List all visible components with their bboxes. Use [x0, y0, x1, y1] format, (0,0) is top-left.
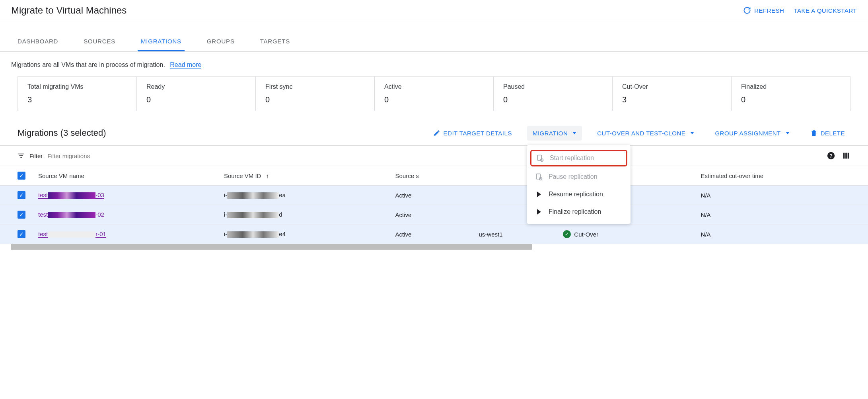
check-icon: ✓	[19, 231, 24, 237]
vm-id-suffix: ea	[279, 192, 286, 198]
filter-bar: Filter ?	[0, 146, 868, 166]
status-cell: ✓ Cut-Over	[563, 230, 688, 238]
stat-label: Paused	[503, 83, 603, 90]
pause-replication-icon	[535, 173, 543, 181]
row-checkbox[interactable]: ✓	[18, 230, 25, 238]
table-row[interactable]: ✓ testr-01 i-e4 Active us-west1 ✓ Cut-Ov…	[0, 225, 868, 244]
start-replication-item[interactable]: Start replication	[530, 150, 627, 166]
vm-name-suffix: -03	[95, 192, 104, 198]
resume-label: Resume replication	[549, 191, 603, 198]
table-row[interactable]: ✓ test-02 i-d Active ✓ Cut-Over N/A	[0, 205, 868, 225]
vm-name-link[interactable]: test-02	[38, 211, 104, 218]
quickstart-button[interactable]: TAKE A QUICKSTART	[794, 7, 857, 14]
migration-dropdown-button[interactable]: MIGRATION Start replication Pause replic…	[527, 126, 582, 141]
pause-replication-item[interactable]: Pause replication	[527, 168, 631, 186]
stat-label: Ready	[146, 83, 246, 90]
stat-label: Finalized	[741, 83, 841, 90]
table-row[interactable]: ✓ test-03 i-ea Active ✓ Cut-Over N/A	[0, 186, 868, 205]
stat-total: Total migrating VMs 3	[18, 77, 137, 111]
vm-name-link[interactable]: test-03	[38, 192, 104, 199]
tab-targets[interactable]: TARGETS	[257, 32, 293, 51]
stat-value: 3	[27, 95, 127, 104]
delete-button[interactable]: DELETE	[805, 125, 850, 141]
delete-label: DELETE	[821, 130, 845, 137]
select-all-checkbox[interactable]: ✓	[18, 172, 25, 180]
header-cutover-time[interactable]: Estimated cut-over time	[695, 166, 868, 186]
group-assignment-dropdown-button[interactable]: GROUP ASSIGNMENT	[709, 126, 795, 141]
intro-sentence: Migrations are all VMs that are in proce…	[11, 61, 165, 68]
play-icon	[535, 190, 543, 198]
region-cell: us-west1	[472, 225, 557, 244]
cutover-dropdown-button[interactable]: CUT-OVER AND TEST-CLONE	[592, 126, 700, 141]
finalize-label: Finalize replication	[549, 208, 601, 215]
vm-id-suffix: d	[279, 211, 282, 218]
vm-name-suffix: r-01	[95, 231, 106, 237]
tab-groups[interactable]: GROUPS	[204, 32, 238, 51]
stats-row: Total migrating VMs 3 Ready 0 First sync…	[18, 76, 850, 111]
stat-value: 0	[265, 95, 365, 104]
redacted-text	[227, 212, 279, 218]
filter-icon	[18, 152, 25, 159]
columns-icon[interactable]	[842, 151, 850, 160]
stat-cutover: Cut-Over 3	[613, 77, 732, 111]
stat-label: Active	[384, 83, 484, 90]
row-checkbox[interactable]: ✓	[18, 211, 25, 219]
vm-name-link[interactable]: testr-01	[38, 231, 106, 238]
cutover-time-cell: N/A	[695, 205, 868, 225]
success-icon: ✓	[563, 230, 571, 238]
edit-label: EDIT TARGET DETAILS	[444, 130, 512, 137]
toolbar-title: Migrations (3 selected)	[18, 128, 106, 138]
cutover-time-cell: N/A	[695, 225, 868, 244]
table-header-row: ✓ Source VM name Source VM ID ↑ Source s…	[0, 166, 868, 186]
tab-dashboard[interactable]: DASHBOARD	[14, 32, 61, 51]
header-name[interactable]: Source VM name	[32, 166, 218, 186]
redacted-text	[48, 192, 95, 199]
resume-replication-item[interactable]: Resume replication	[527, 186, 631, 203]
refresh-button[interactable]: REFRESH	[743, 6, 784, 14]
check-icon: ✓	[19, 211, 24, 218]
filter-input[interactable]	[47, 153, 822, 159]
tab-migrations[interactable]: MIGRATIONS	[138, 32, 185, 51]
header-id[interactable]: Source VM ID ↑	[218, 166, 389, 186]
stat-value: 0	[384, 95, 484, 104]
start-label: Start replication	[550, 155, 594, 162]
page-header: Migrate to Virtual Machines REFRESH TAKE…	[0, 0, 868, 21]
quickstart-label: TAKE A QUICKSTART	[794, 7, 857, 14]
read-more-link[interactable]: Read more	[170, 61, 201, 68]
source-state-cell: Active	[389, 205, 473, 225]
migration-label: MIGRATION	[533, 130, 568, 137]
header-source-state[interactable]: Source s	[389, 166, 473, 186]
svg-point-3	[539, 177, 542, 180]
stat-label: First sync	[265, 83, 365, 90]
vm-id-prefix: i-	[224, 192, 227, 198]
edit-target-details-button[interactable]: EDIT TARGET DETAILS	[428, 125, 518, 141]
horizontal-scrollbar[interactable]	[11, 244, 532, 250]
chevron-down-icon	[786, 132, 790, 134]
group-label: GROUP ASSIGNMENT	[715, 130, 780, 137]
vm-id-cell: i-ea	[218, 186, 389, 205]
tab-bar: DASHBOARD SOURCES MIGRATIONS GROUPS TARG…	[0, 32, 868, 52]
sort-ascending-icon: ↑	[266, 172, 269, 179]
refresh-label: REFRESH	[754, 7, 784, 14]
stat-label: Cut-Over	[622, 83, 722, 90]
finalize-replication-item[interactable]: Finalize replication	[527, 203, 631, 221]
stat-value: 0	[741, 95, 841, 104]
trash-icon	[810, 129, 817, 137]
vm-id-cell: i-e4	[218, 225, 389, 244]
status-text: Cut-Over	[574, 231, 598, 238]
svg-rect-8	[848, 153, 849, 159]
stat-active: Active 0	[375, 77, 494, 111]
row-checkbox[interactable]: ✓	[18, 191, 25, 199]
tab-sources[interactable]: SOURCES	[80, 32, 119, 51]
header-id-label: Source VM ID	[224, 172, 261, 179]
vm-name-suffix: -02	[95, 211, 104, 218]
cutover-time-cell: N/A	[695, 186, 868, 205]
redacted-text	[227, 231, 279, 238]
check-icon: ✓	[19, 172, 24, 179]
svg-rect-7	[845, 153, 847, 159]
svg-rect-6	[843, 153, 845, 159]
cutover-label: CUT-OVER AND TEST-CLONE	[597, 130, 685, 137]
help-icon[interactable]: ?	[827, 151, 835, 160]
filter-label: Filter	[29, 153, 43, 159]
stat-label: Total migrating VMs	[27, 83, 127, 90]
